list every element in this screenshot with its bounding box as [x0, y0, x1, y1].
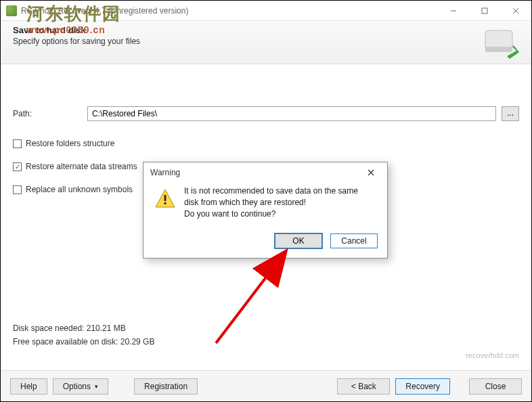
- disk-stats: Disk space needed: 210.21 MB Free space …: [13, 321, 154, 349]
- maximize-icon: [481, 7, 488, 14]
- browse-button[interactable]: ...: [502, 106, 519, 121]
- dialog-message: It is not recommended to save data on th…: [184, 185, 358, 220]
- titlebar: RS Photo Recovery 4.7 (Unregistered vers…: [1, 1, 531, 21]
- back-button[interactable]: < Back: [337, 378, 390, 395]
- restore-folders-checkbox[interactable]: Restore folders structure: [13, 139, 519, 148]
- page-title: Save to hard disk: [13, 25, 519, 35]
- dialog-line3: Do you want to continue?: [184, 208, 358, 220]
- restore-folders-label: Restore folders structure: [26, 139, 114, 148]
- page-subtitle: Specify options for saving your files: [13, 37, 519, 46]
- app-icon: [6, 5, 17, 16]
- path-row: Path: ...: [13, 106, 519, 121]
- warning-icon: [154, 188, 176, 210]
- help-button[interactable]: Help: [10, 378, 47, 395]
- recovery-button[interactable]: Recovery: [395, 378, 450, 395]
- footer: Help Options Registration < Back Recover…: [1, 370, 531, 401]
- dialog-title: Warning: [150, 168, 180, 177]
- dialog-line2: disk from which they are restored!: [184, 197, 358, 208]
- svg-rect-9: [164, 195, 167, 201]
- dialog-line1: It is not recommended to save data on th…: [184, 185, 358, 197]
- svg-rect-1: [482, 8, 487, 14]
- close-button[interactable]: Close: [469, 378, 522, 395]
- page-header: Save to hard disk Specify options for sa…: [1, 21, 531, 64]
- warning-dialog: Warning It is not recommended to save da…: [143, 162, 388, 259]
- brand-link: recoverhdd.com: [466, 351, 519, 359]
- replace-unknown-label: Replace all unknown symbols: [26, 185, 133, 194]
- registration-button[interactable]: Registration: [134, 378, 198, 395]
- minimize-button[interactable]: [438, 1, 469, 21]
- harddisk-icon: [481, 26, 519, 59]
- svg-rect-10: [164, 202, 167, 204]
- cancel-button[interactable]: Cancel: [330, 233, 378, 248]
- close-icon: [368, 169, 374, 176]
- checkbox-icon: [13, 139, 22, 148]
- maximize-button[interactable]: [469, 1, 500, 21]
- minimize-icon: [450, 7, 457, 14]
- dialog-titlebar: Warning: [143, 162, 387, 183]
- path-input[interactable]: [87, 106, 496, 121]
- close-window-button[interactable]: [500, 1, 531, 21]
- close-icon: [512, 7, 519, 14]
- checkbox-icon: ✓: [13, 162, 22, 171]
- dialog-close-button[interactable]: [361, 168, 380, 178]
- checkbox-icon: [13, 185, 22, 194]
- window-title: RS Photo Recovery 4.7 (Unregistered vers…: [21, 6, 438, 16]
- svg-rect-5: [485, 47, 512, 52]
- disk-needed: Disk space needed: 210.21 MB: [13, 321, 154, 335]
- options-button[interactable]: Options: [53, 378, 108, 395]
- disk-free: Free space available on disk: 20.29 GB: [13, 335, 154, 349]
- ok-button[interactable]: OK: [275, 233, 322, 248]
- path-label: Path:: [13, 109, 87, 118]
- restore-ads-label: Restore alternate data streams: [26, 162, 137, 171]
